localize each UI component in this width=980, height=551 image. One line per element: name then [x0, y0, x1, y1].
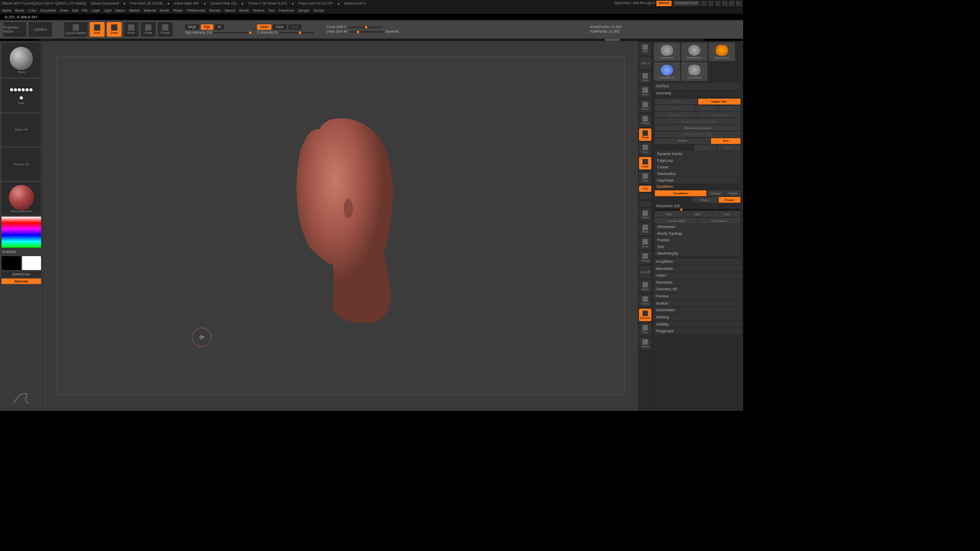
- scale-button[interactable]: Scale: [141, 22, 156, 37]
- gradient-label[interactable]: Gradient: [2, 249, 41, 255]
- geohd-section[interactable]: Geometry HD: [654, 286, 742, 292]
- higher-res-button[interactable]: Higher Res: [698, 98, 741, 104]
- z-intensity-label[interactable]: Z Intensity 51: [257, 31, 278, 35]
- tool-spherebrush[interactable]: SphereBrush: [681, 42, 708, 61]
- fibermesh-section[interactable]: FiberMesh: [654, 279, 742, 285]
- arraymesh-section[interactable]: ArrayMesh: [654, 259, 742, 265]
- viewport[interactable]: [42, 41, 638, 411]
- divide-button[interactable]: Divide: [655, 138, 710, 144]
- del-lower-button[interactable]: Del Lower: [655, 112, 697, 117]
- resh-button[interactable]: ReUV: [718, 145, 741, 151]
- groups-button[interactable]: Groups: [707, 190, 724, 196]
- menu-macro[interactable]: Macro: [115, 9, 125, 13]
- zadd-button[interactable]: Zadd: [257, 24, 272, 30]
- resolution-slider[interactable]: Resolution 128: [655, 203, 741, 209]
- primary-color[interactable]: [22, 256, 41, 270]
- mrgb-button[interactable]: Mrgb: [185, 24, 199, 30]
- menu-texture[interactable]: Texture: [253, 9, 264, 13]
- projection-master-button[interactable]: Projection Master: [3, 22, 26, 37]
- xyz-button[interactable]: XYZ: [639, 186, 651, 192]
- deformation-section[interactable]: Deformation: [654, 307, 742, 313]
- maximize-button[interactable]: □: [729, 1, 735, 7]
- win-btn-3[interactable]: [715, 1, 721, 7]
- tool-eraserbrush[interactable]: EraserBrush: [654, 62, 680, 81]
- actual-button[interactable]: Actual: [639, 100, 651, 112]
- suv-button[interactable]: Suv: [694, 145, 717, 151]
- draw-button[interactable]: Draw: [107, 22, 121, 37]
- xpose-button[interactable]: Xpose: [639, 337, 651, 349]
- lsym-button[interactable]: LSym: [639, 171, 651, 184]
- win-btn-1[interactable]: [701, 1, 707, 7]
- preview-section[interactable]: Preview: [654, 293, 742, 299]
- menu-draw[interactable]: Draw: [60, 9, 68, 13]
- del-higher-button[interactable]: Del Higher: [698, 112, 741, 117]
- menu-zscript[interactable]: Zscript: [313, 9, 324, 13]
- tool-demohead-2[interactable]: DemoHead: [681, 62, 708, 81]
- rgb-button[interactable]: Rgb: [201, 24, 213, 30]
- thickness-slider[interactable]: Thickness 4: [698, 218, 741, 223]
- geometry-section[interactable]: Geometry: [654, 90, 742, 96]
- menus-toggle[interactable]: Menus: [656, 1, 672, 7]
- nanomesh-section[interactable]: NanoMesh: [654, 265, 742, 271]
- position-section[interactable]: Position: [655, 237, 741, 243]
- sub-button[interactable]: Sub: [683, 211, 712, 217]
- tool-demohead[interactable]: DemoHead: [654, 42, 680, 61]
- menu-transform[interactable]: Transform: [279, 9, 295, 13]
- dynamesh-label[interactable]: DynaMesh: [655, 183, 741, 189]
- menu-movie[interactable]: Movie: [160, 9, 169, 13]
- size-section[interactable]: Size: [655, 244, 741, 250]
- seethrough-slider[interactable]: See-through 0: [633, 1, 655, 7]
- visibility-section[interactable]: Visibility: [654, 321, 742, 327]
- secondary-color[interactable]: [2, 256, 21, 270]
- crease-section[interactable]: Crease: [655, 164, 741, 170]
- sdiv-slider[interactable]: SDiv: [655, 105, 695, 111]
- texture-swatch[interactable]: Texture Off: [2, 148, 41, 181]
- win-btn-2[interactable]: [708, 1, 714, 7]
- zcut-button[interactable]: Zcut: [288, 24, 301, 30]
- draw-size-label[interactable]: Draw Size 49: [327, 30, 348, 34]
- claypolish-section[interactable]: ClayPolish: [655, 177, 741, 183]
- surface-section[interactable]: Surface: [654, 300, 742, 306]
- zoom-button[interactable]: Zoom: [639, 86, 651, 98]
- dynamesh-button[interactable]: DynaMesh: [655, 190, 706, 196]
- rstr-button[interactable]: Rstr: [719, 105, 741, 111]
- default-script[interactable]: DefaultZScript: [673, 1, 700, 7]
- menu-document[interactable]: Document: [40, 9, 56, 13]
- floor-button[interactable]: Floor: [639, 143, 651, 155]
- dock-rotate-button[interactable]: Rotate: [639, 252, 651, 264]
- spix-button[interactable]: SPix 3: [639, 57, 651, 69]
- material-swatch[interactable]: MatCap Red Wax: [2, 182, 41, 215]
- modifytop-section[interactable]: Modify Topology: [655, 231, 741, 237]
- alpha-swatch[interactable]: Alpha Off: [2, 113, 41, 146]
- subtool-section[interactable]: SubTool: [654, 83, 742, 89]
- rotate-button[interactable]: Rotate: [158, 22, 173, 37]
- menu-render[interactable]: Render: [209, 9, 220, 13]
- edit-button[interactable]: Edit: [90, 22, 105, 37]
- polyf-button[interactable]: PolyF: [639, 280, 651, 292]
- linefill-button[interactable]: Line Fill: [639, 266, 651, 278]
- dock-scale-button[interactable]: Scale: [639, 237, 651, 249]
- dock-move-button[interactable]: Move: [639, 223, 651, 235]
- minimize-button[interactable]: −: [722, 1, 728, 7]
- brush-swatch[interactable]: Move: [2, 42, 41, 77]
- shadowbox-section[interactable]: ShadowBox: [655, 170, 741, 177]
- scroll-button[interactable]: Scroll: [639, 71, 651, 84]
- menu-alpha[interactable]: Alpha: [3, 9, 11, 13]
- menu-preferences[interactable]: Preferences: [187, 9, 206, 13]
- alternate-button[interactable]: Alternate: [2, 279, 41, 284]
- reconstruct-button[interactable]: Reconstruct Subdiv: [655, 125, 741, 131]
- project-button[interactable]: Project: [719, 197, 740, 203]
- persp-button[interactable]: Persp: [639, 129, 651, 141]
- stroke-swatch[interactable]: Dots: [2, 79, 41, 112]
- bpr-button[interactable]: BPR: [639, 42, 651, 55]
- rgb-intensity-label[interactable]: Rgb Intensity 100: [185, 31, 212, 35]
- menu-file[interactable]: File: [82, 9, 87, 13]
- masking-section[interactable]: Masking: [654, 314, 742, 320]
- local-button[interactable]: Local: [639, 157, 651, 169]
- swap-button[interactable]: [639, 194, 651, 199]
- tool-simplebrush[interactable]: SimpleBrush: [708, 42, 735, 61]
- head-model[interactable]: [273, 106, 412, 331]
- canvas[interactable]: [56, 57, 625, 395]
- blur-slider[interactable]: Blur 2: [693, 197, 718, 203]
- add-button[interactable]: Add: [655, 211, 683, 217]
